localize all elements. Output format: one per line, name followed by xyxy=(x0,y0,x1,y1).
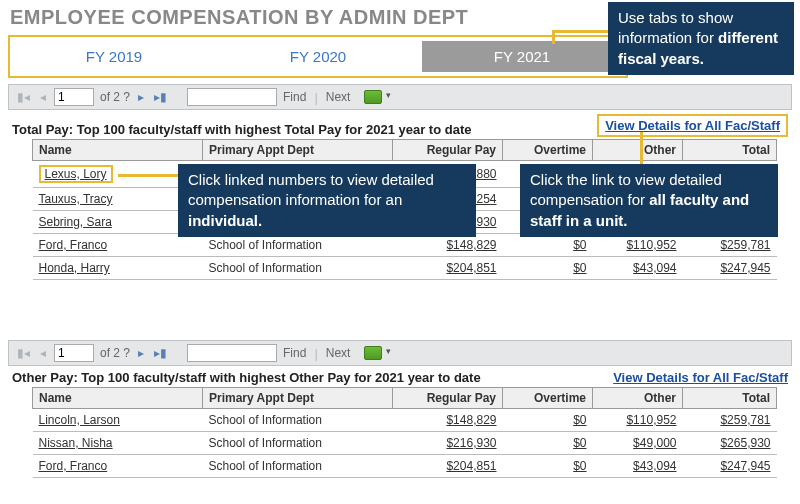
table-header-row: Name Primary Appt Dept Regular Pay Overt… xyxy=(33,388,777,409)
last-page-icon[interactable]: ▸▮ xyxy=(152,346,169,360)
employee-link[interactable]: Nissan, Nisha xyxy=(39,436,113,450)
callout-tabs: Use tabs to show information for differe… xyxy=(608,2,794,75)
amount-link[interactable]: $204,851 xyxy=(446,459,496,473)
section-head-other: Other Pay: Top 100 faculty/staff with hi… xyxy=(12,370,788,385)
callout-individual: Click linked numbers to view detailed co… xyxy=(178,164,476,237)
find-input[interactable] xyxy=(187,88,277,106)
amount-link[interactable]: $43,094 xyxy=(633,261,676,275)
find-button[interactable]: Find xyxy=(283,346,306,360)
dept-cell: School of Information xyxy=(203,409,393,432)
col-overtime: Overtime xyxy=(503,388,593,409)
amount-link[interactable]: $0 xyxy=(573,413,586,427)
employee-link[interactable]: Sebring, Sara xyxy=(39,215,112,229)
col-total: Total xyxy=(683,388,777,409)
next-page-icon[interactable]: ▸ xyxy=(136,90,146,104)
connector xyxy=(640,132,643,164)
dept-cell: School of Information xyxy=(203,234,393,257)
amount-link[interactable]: $148,829 xyxy=(446,413,496,427)
amount-link[interactable]: $247,945 xyxy=(720,261,770,275)
section-head-total: Total Pay: Top 100 faculty/staff with hi… xyxy=(12,114,788,137)
report-toolbar-2: ▮◂ ◂ of 2 ? ▸ ▸▮ Find | Next xyxy=(8,340,792,366)
amount-link[interactable]: $0 xyxy=(573,436,586,450)
other-pay-heading: Other Pay: Top 100 faculty/staff with hi… xyxy=(12,370,481,385)
last-page-icon[interactable]: ▸▮ xyxy=(152,90,169,104)
col-name: Name xyxy=(33,388,203,409)
amount-link[interactable]: $216,930 xyxy=(446,436,496,450)
amount-link[interactable]: $265,930 xyxy=(720,436,770,450)
table-row: Lincoln, Larson School of Information $1… xyxy=(33,409,777,432)
report-toolbar-1: ▮◂ ◂ of 2 ? ▸ ▸▮ Find | Next xyxy=(8,84,792,110)
tab-fy2020[interactable]: FY 2020 xyxy=(218,41,418,72)
find-input[interactable] xyxy=(187,344,277,362)
find-button[interactable]: Find xyxy=(283,90,306,104)
amount-link[interactable]: $110,952 xyxy=(626,238,676,252)
next-page-icon[interactable]: ▸ xyxy=(136,346,146,360)
employee-link[interactable]: Ford, Franco xyxy=(39,238,108,252)
col-regular: Regular Pay xyxy=(393,140,503,161)
page-number-input[interactable] xyxy=(54,344,94,362)
table-row: Nissan, Nisha School of Information $216… xyxy=(33,432,777,455)
connector xyxy=(552,30,555,44)
employee-link[interactable]: Lincoln, Larson xyxy=(39,413,120,427)
next-find-button[interactable]: Next xyxy=(326,346,351,360)
first-page-icon[interactable]: ▮◂ xyxy=(15,346,32,360)
col-dept: Primary Appt Dept xyxy=(203,388,393,409)
col-dept: Primary Appt Dept xyxy=(203,140,393,161)
col-overtime: Overtime xyxy=(503,140,593,161)
table-header-row: Name Primary Appt Dept Regular Pay Overt… xyxy=(33,140,777,161)
next-find-button[interactable]: Next xyxy=(326,90,351,104)
col-total: Total xyxy=(683,140,777,161)
col-other: Other xyxy=(593,140,683,161)
amount-link[interactable]: $43,094 xyxy=(633,459,676,473)
amount-link[interactable]: $259,781 xyxy=(720,413,770,427)
amount-link[interactable]: $148,829 xyxy=(446,238,496,252)
table-row: Honda, Harry School of Information $204,… xyxy=(33,257,777,280)
view-details-link-other[interactable]: View Details for All Fac/Staff xyxy=(613,370,788,385)
dept-cell: School of Information xyxy=(203,455,393,478)
amount-link[interactable]: $0 xyxy=(573,459,586,473)
tab-fy2021[interactable]: FY 2021 xyxy=(422,41,622,72)
tab-fy2019[interactable]: FY 2019 xyxy=(14,41,214,72)
fiscal-year-tabs: FY 2019 FY 2020 FY 2021 xyxy=(8,35,628,78)
amount-link[interactable]: $259,781 xyxy=(720,238,770,252)
amount-link[interactable]: $110,952 xyxy=(626,413,676,427)
employee-link[interactable]: Ford, Franco xyxy=(39,459,108,473)
table-row: Ford, Franco School of Information $148,… xyxy=(33,234,777,257)
callout-unit: Click the link to view detailed compensa… xyxy=(520,164,778,237)
amount-link[interactable]: $0 xyxy=(573,261,586,275)
dept-cell: School of Information xyxy=(203,432,393,455)
amount-link[interactable]: $204,851 xyxy=(446,261,496,275)
prev-page-icon[interactable]: ◂ xyxy=(38,346,48,360)
employee-link[interactable]: Lexus, Lory xyxy=(45,167,107,181)
page-count-label: of 2 ? xyxy=(100,90,130,104)
other-pay-table: Name Primary Appt Dept Regular Pay Overt… xyxy=(32,387,777,478)
page-count-label: of 2 ? xyxy=(100,346,130,360)
dept-cell: School of Information xyxy=(203,257,393,280)
export-icon[interactable] xyxy=(364,90,382,104)
connector xyxy=(552,30,608,33)
employee-link[interactable]: Tauxus, Tracy xyxy=(39,192,113,206)
export-icon[interactable] xyxy=(364,346,382,360)
amount-link[interactable]: $0 xyxy=(573,238,586,252)
first-page-icon[interactable]: ▮◂ xyxy=(15,90,32,104)
amount-link[interactable]: $49,000 xyxy=(633,436,676,450)
page-number-input[interactable] xyxy=(54,88,94,106)
prev-page-icon[interactable]: ◂ xyxy=(38,90,48,104)
col-other: Other xyxy=(593,388,683,409)
view-details-link-total[interactable]: View Details for All Fac/Staff xyxy=(605,118,780,133)
table-row: Ford, Franco School of Information $204,… xyxy=(33,455,777,478)
connector xyxy=(118,174,178,177)
employee-link[interactable]: Honda, Harry xyxy=(39,261,110,275)
col-name: Name xyxy=(33,140,203,161)
col-regular: Regular Pay xyxy=(393,388,503,409)
total-pay-heading: Total Pay: Top 100 faculty/staff with hi… xyxy=(12,122,471,137)
amount-link[interactable]: $247,945 xyxy=(720,459,770,473)
